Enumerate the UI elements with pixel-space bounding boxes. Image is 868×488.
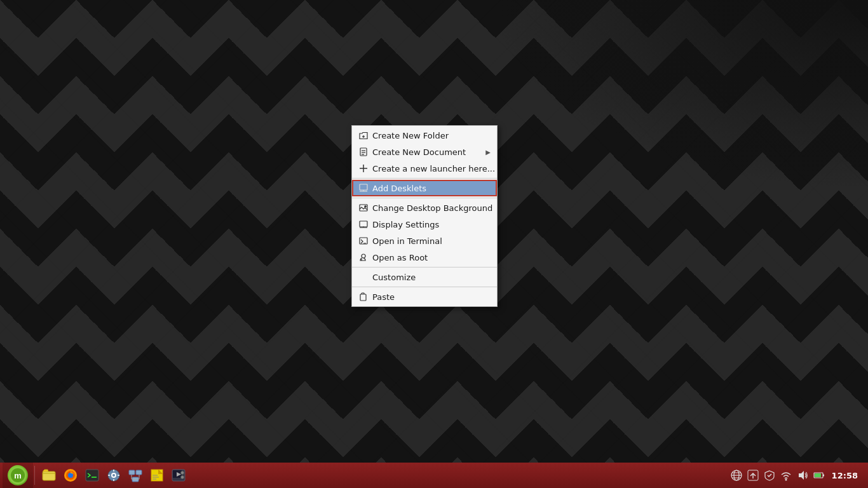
folder-new-icon <box>358 130 369 140</box>
context-menu: Create New Folder Create New Document ▶ <box>351 125 498 307</box>
document-new-icon <box>358 147 369 157</box>
svg-rect-38 <box>136 470 142 475</box>
start-button[interactable]: m <box>3 463 33 488</box>
svg-point-32 <box>112 474 115 477</box>
system-tray: 12:58 <box>725 469 865 482</box>
taskbar-separator-1 <box>34 466 35 485</box>
svg-point-12 <box>365 206 366 207</box>
menu-item-open-in-terminal-label: Open in Terminal <box>372 236 491 246</box>
svg-text:m: m <box>14 471 22 480</box>
menu-item-paste[interactable]: Paste <box>352 288 497 305</box>
taskbar-sticky-notes[interactable] <box>147 465 167 485</box>
svg-rect-37 <box>129 470 135 475</box>
menu-item-create-new-launcher-label: Create a new launcher here... <box>372 164 495 173</box>
menu-separator-4 <box>352 287 497 287</box>
taskbar-firefox[interactable] <box>60 465 81 485</box>
menu-item-change-desktop-background-label: Change Desktop Background <box>372 203 492 213</box>
taskbar: m <box>0 463 868 488</box>
tray-wifi-icon[interactable] <box>780 469 792 482</box>
svg-point-19 <box>361 259 362 261</box>
svg-point-18 <box>362 254 365 258</box>
svg-rect-28 <box>86 470 98 481</box>
menu-item-add-desklets-label: Add Desklets <box>372 184 491 193</box>
tray-shield-icon[interactable] <box>763 469 776 482</box>
svg-rect-8 <box>360 184 367 190</box>
taskbar-connections[interactable] <box>125 465 146 485</box>
menu-item-paste-label: Paste <box>372 292 491 302</box>
taskbar-media[interactable] <box>168 465 189 485</box>
customize-icon <box>358 272 369 282</box>
svg-rect-13 <box>360 221 367 227</box>
tray-battery-icon[interactable] <box>813 469 825 482</box>
taskbar-clock[interactable]: 12:58 <box>829 471 860 480</box>
menu-item-customize-label: Customize <box>372 273 491 282</box>
menu-item-create-new-document-label: Create New Document <box>372 147 485 157</box>
menu-item-create-new-launcher[interactable]: Create a new launcher here... <box>352 160 497 177</box>
root-icon <box>358 252 369 262</box>
menu-separator-3 <box>352 267 497 268</box>
menu-item-change-desktop-background[interactable]: Change Desktop Background <box>352 200 497 216</box>
menu-item-open-as-root-label: Open as Root <box>372 253 491 262</box>
svg-point-60 <box>785 479 787 481</box>
svg-rect-63 <box>815 473 821 477</box>
svg-rect-24 <box>43 471 55 480</box>
tray-upload-icon[interactable] <box>747 469 759 482</box>
menu-item-create-new-document[interactable]: Create New Document ▶ <box>352 144 497 160</box>
launcher-new-icon <box>358 163 369 173</box>
menu-item-display-settings-label: Display Settings <box>372 220 491 229</box>
menu-item-display-settings[interactable]: Display Settings <box>352 216 497 233</box>
svg-point-51 <box>181 471 184 475</box>
tray-volume-icon[interactable] <box>796 469 809 482</box>
taskbar-system-settings[interactable] <box>104 465 124 485</box>
tray-network-icon[interactable] <box>730 469 743 482</box>
svg-point-52 <box>181 476 184 479</box>
desktop-overlay <box>487 0 868 191</box>
display-icon <box>358 219 369 229</box>
menu-item-add-desklets[interactable]: Add Desklets <box>352 180 497 196</box>
menu-separator-2 <box>352 198 497 198</box>
menu-item-customize[interactable]: Customize <box>352 269 497 285</box>
menu-separator-1 <box>352 178 497 179</box>
menu-item-create-new-folder[interactable]: Create New Folder <box>352 127 497 144</box>
submenu-arrow: ▶ <box>485 149 491 156</box>
terminal-icon <box>358 236 369 246</box>
desktop: Create New Folder Create New Document ▶ <box>0 0 868 488</box>
svg-rect-64 <box>823 475 824 477</box>
wallpaper-icon <box>358 203 369 213</box>
svg-marker-61 <box>799 471 804 480</box>
menu-item-open-in-terminal[interactable]: Open in Terminal <box>352 233 497 249</box>
svg-rect-20 <box>360 294 366 301</box>
paste-icon <box>358 292 369 302</box>
taskbar-terminal[interactable] <box>82 465 102 485</box>
menu-item-open-as-root[interactable]: Open as Root <box>352 249 497 266</box>
taskbar-icons <box>36 465 725 485</box>
menu-item-create-new-folder-label: Create New Folder <box>372 131 491 140</box>
desklets-icon <box>358 183 369 193</box>
taskbar-file-manager[interactable] <box>39 465 59 485</box>
mint-logo: m <box>8 465 28 485</box>
